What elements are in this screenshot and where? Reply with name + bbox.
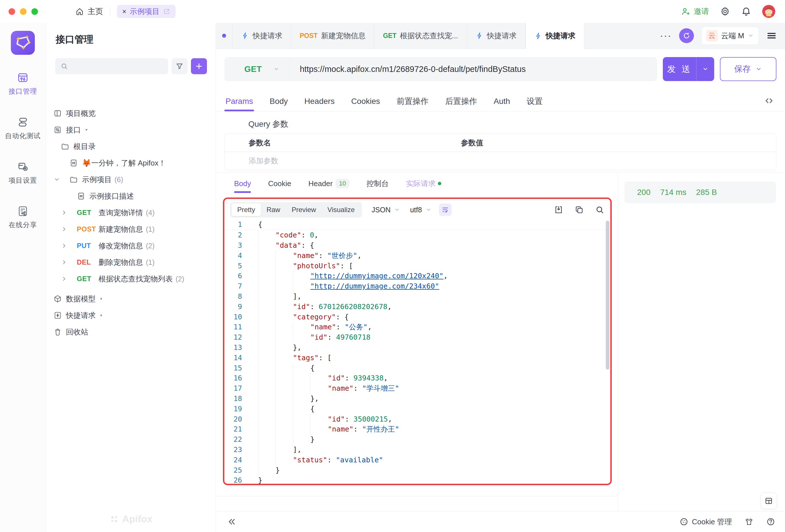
code-line: 9"id": 6701266208202678,	[224, 301, 610, 312]
right-pane-divider[interactable]	[618, 172, 618, 511]
json-editor[interactable]: 1{ 2"code": 0, 3"data": { 4"name": "世价步"…	[224, 220, 610, 485]
send-label: 发 送	[663, 64, 696, 75]
tree-item[interactable]: 示例接口描述	[46, 188, 216, 204]
invite-button[interactable]: 邀请	[681, 6, 709, 17]
add-param-row[interactable]: 添加参数	[225, 152, 776, 170]
code-line: 7"http://dummyimage.com/234x60"	[224, 281, 610, 292]
tree-item[interactable]: DEL 删除宠物信息(1)	[46, 254, 216, 271]
view-pretty[interactable]: Pretty	[231, 203, 261, 216]
request-tab[interactable]: GET根据状态查找宠...	[375, 23, 467, 49]
avatar[interactable]	[762, 5, 775, 18]
environment-select[interactable]: 云 云端 M	[701, 27, 759, 45]
project-settings-icon	[17, 160, 29, 173]
filter-button[interactable]	[172, 58, 187, 74]
tree-item[interactable]: 根目录	[46, 138, 216, 155]
save-label: 保存	[734, 64, 751, 75]
view-raw[interactable]: Raw	[261, 203, 286, 216]
external-link-icon[interactable]	[163, 8, 171, 15]
tab-后置操作[interactable]: 后置操作	[445, 91, 478, 111]
close-window-button[interactable]	[8, 8, 15, 15]
tab-body[interactable]: Body	[269, 91, 288, 111]
request-tab-label: 快捷请求	[253, 31, 282, 41]
home-tab[interactable]: 主页	[75, 6, 103, 17]
tree-item[interactable]: 接口	[46, 122, 216, 138]
search-input[interactable]	[55, 58, 168, 74]
help-icon[interactable]	[766, 517, 775, 526]
response-tab-Header[interactable]: Header 10	[308, 174, 349, 193]
response-tab-实际请求[interactable]: 实际请求	[406, 174, 441, 193]
tree-item-label: 快捷请求	[66, 310, 96, 321]
tree-item[interactable]: 回收站	[46, 324, 216, 340]
tab-headers[interactable]: Headers	[304, 91, 335, 111]
invite-label: 邀请	[694, 6, 709, 17]
collapse-sidebar-icon[interactable]	[227, 516, 237, 527]
status-code: 200	[637, 188, 651, 197]
url-input[interactable]: https://mock.apifox.cn/m1/2689726-0-defa…	[290, 65, 526, 74]
view-visualize[interactable]: Visualize	[322, 203, 360, 216]
sidebar-title: 接口管理	[56, 33, 93, 46]
maximize-window-button[interactable]	[31, 8, 38, 15]
rail-item-api-management[interactable]: 接口管理	[5, 71, 41, 96]
code-line: 8],	[224, 292, 610, 302]
tree-item[interactable]: POST 新建宠物信息(1)	[46, 221, 216, 237]
code-line: 3"data": {	[224, 240, 610, 251]
rail-item-project-settings[interactable]: 项目设置	[5, 160, 41, 185]
chevron-down-icon	[394, 207, 400, 213]
request-tab[interactable]: 快捷请求	[526, 23, 584, 49]
project-tab[interactable]: × 示例项目	[117, 5, 176, 18]
line-number: 16	[224, 374, 248, 382]
quick-icon	[53, 311, 62, 320]
tab-设置[interactable]: 设置	[526, 91, 543, 111]
tab-前置操作[interactable]: 前置操作	[396, 91, 429, 111]
tree-item[interactable]: PUT 修改宠物信息(2)	[46, 237, 216, 254]
method-select[interactable]: GET	[224, 57, 290, 81]
response-tab-Body[interactable]: Body	[234, 174, 251, 193]
tree-item[interactable]: 🦊一分钟，了解 Apifox！	[46, 155, 216, 171]
tab-cookies[interactable]: Cookies	[351, 91, 381, 111]
tree-item[interactable]: 项目概览	[46, 105, 216, 122]
layout-toggle-button[interactable]	[760, 492, 777, 509]
encoding-select[interactable]: utf8	[410, 206, 432, 214]
rail-item-automated-testing[interactable]: 自动化测试	[5, 116, 41, 141]
sync-button[interactable]	[679, 28, 694, 43]
view-preview[interactable]: Preview	[286, 203, 322, 216]
minimize-window-button[interactable]	[20, 8, 27, 15]
save-button[interactable]: 保存	[720, 57, 777, 81]
settings-gear-icon[interactable]	[720, 6, 730, 17]
more-tabs-button[interactable]: ···	[660, 30, 672, 41]
tree-item[interactable]: 数据模型	[46, 290, 216, 307]
notifications-bell-icon[interactable]	[741, 6, 751, 17]
line-number: 11	[224, 323, 248, 331]
add-button[interactable]	[191, 58, 207, 74]
copy-icon[interactable]	[574, 205, 584, 214]
menu-hamburger-icon[interactable]	[766, 30, 777, 41]
word-wrap-button[interactable]	[439, 203, 452, 216]
format-select[interactable]: JSON	[372, 206, 401, 214]
request-tab-partial[interactable]	[216, 23, 233, 49]
response-tab-控制台[interactable]: 控制台	[366, 174, 389, 193]
search-code-icon[interactable]	[595, 205, 605, 214]
request-tab[interactable]: POST新建宠物信息	[291, 23, 375, 49]
code-view-icon[interactable]	[764, 96, 774, 106]
tab-auth[interactable]: Auth	[493, 91, 511, 111]
editor-scrollbar[interactable]	[606, 221, 609, 370]
tree-item-label: 项目概览	[66, 108, 96, 119]
download-icon[interactable]	[554, 205, 563, 214]
tree-item[interactable]: 快捷请求	[46, 307, 216, 324]
cookie-manager-button[interactable]: Cookie 管理	[679, 517, 732, 527]
response-tab-Cookie[interactable]: Cookie	[268, 174, 291, 193]
send-button[interactable]: 发 送	[663, 57, 714, 81]
item-count: (6)	[115, 176, 123, 184]
code-line: 26}	[224, 475, 610, 485]
tree-item[interactable]: GET 根据状态查找宠物列表(2)	[46, 271, 216, 287]
request-tab[interactable]: 快捷请求	[233, 23, 291, 49]
tab-params[interactable]: Params	[225, 91, 253, 111]
request-tab[interactable]: 快捷请求	[467, 23, 526, 49]
theme-tshirt-icon[interactable]	[744, 517, 754, 526]
window-controls	[8, 8, 38, 15]
send-options-button[interactable]	[696, 57, 714, 81]
tree-item[interactable]: 示例项目(6)	[46, 171, 216, 188]
tree-item[interactable]: GET 查询宠物详情(4)	[46, 204, 216, 221]
close-tab-icon[interactable]: ×	[122, 7, 126, 16]
rail-item-online-share[interactable]: 在线分享	[5, 205, 41, 229]
